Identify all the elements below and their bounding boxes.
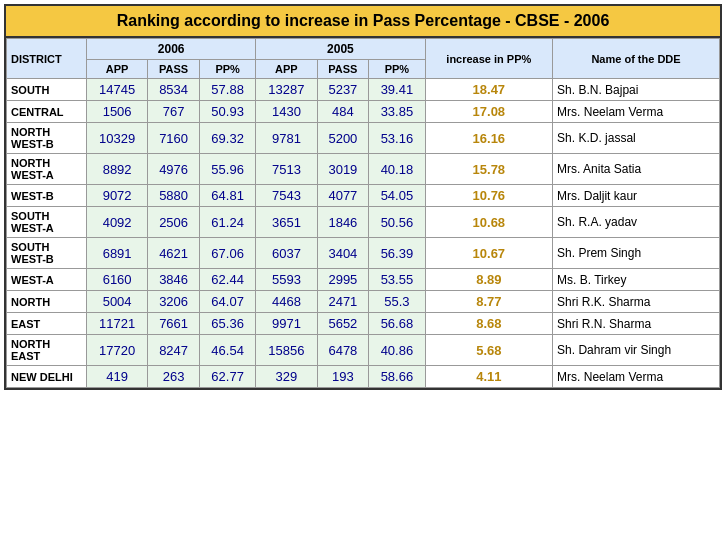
table-row: CENTRAL150676750.93143048433.8517.08Mrs.… <box>7 101 720 123</box>
pp2005-cell: 53.55 <box>369 269 425 291</box>
table-row: EAST11721766165.369971565256.688.68Shri … <box>7 313 720 335</box>
district-cell: SOUTH WEST-A <box>7 207 87 238</box>
pp2005-cell: 40.86 <box>369 335 425 366</box>
pp2005-cell: 56.39 <box>369 238 425 269</box>
app2005-cell: 3651 <box>256 207 317 238</box>
pp2005-cell: 56.68 <box>369 313 425 335</box>
app2006-cell: 5004 <box>87 291 148 313</box>
pp2005-cell: 55.3 <box>369 291 425 313</box>
pp2005-header: PP% <box>369 60 425 79</box>
increase-cell: 16.16 <box>425 123 552 154</box>
increase-cell: 5.68 <box>425 335 552 366</box>
pass2006-cell: 767 <box>148 101 200 123</box>
pass2005-cell: 2471 <box>317 291 369 313</box>
dde-cell: Shri R.K. Sharma <box>553 291 720 313</box>
increase-cell: 4.11 <box>425 366 552 388</box>
pass2006-cell: 7661 <box>148 313 200 335</box>
app2006-cell: 11721 <box>87 313 148 335</box>
pass2006-cell: 4621 <box>148 238 200 269</box>
app2006-cell: 9072 <box>87 185 148 207</box>
pp2005-cell: 40.18 <box>369 154 425 185</box>
dde-cell: Ms. B. Tirkey <box>553 269 720 291</box>
pass2006-cell: 3846 <box>148 269 200 291</box>
table-row: NORTH WEST-A8892497655.967513301940.1815… <box>7 154 720 185</box>
increase-cell: 8.89 <box>425 269 552 291</box>
district-cell: NORTH EAST <box>7 335 87 366</box>
table-row: NORTH5004320664.074468247155.38.77Shri R… <box>7 291 720 313</box>
app2006-cell: 6891 <box>87 238 148 269</box>
district-cell: WEST-A <box>7 269 87 291</box>
dde-cell: Mrs. Neelam Verma <box>553 101 720 123</box>
pass2006-cell: 4976 <box>148 154 200 185</box>
increase-cell: 10.67 <box>425 238 552 269</box>
increase-cell: 17.08 <box>425 101 552 123</box>
ranking-table: DISTRICT 2006 2005 increase in PP% Name … <box>6 38 720 388</box>
pp2005-cell: 54.05 <box>369 185 425 207</box>
pass2006-cell: 3206 <box>148 291 200 313</box>
pp2006-cell: 67.06 <box>199 238 255 269</box>
table-row: NEW DELHI41926362.7732919358.664.11Mrs. … <box>7 366 720 388</box>
dde-header: Name of the DDE <box>553 39 720 79</box>
pass2005-cell: 4077 <box>317 185 369 207</box>
increase-cell: 10.76 <box>425 185 552 207</box>
district-cell: NORTH <box>7 291 87 313</box>
app2005-cell: 9781 <box>256 123 317 154</box>
dde-cell: Shri R.N. Sharma <box>553 313 720 335</box>
pp2006-cell: 69.32 <box>199 123 255 154</box>
table-row: NORTH EAST17720824746.5415856647840.865.… <box>7 335 720 366</box>
increase-cell: 8.77 <box>425 291 552 313</box>
main-container: Ranking according to increase in Pass Pe… <box>4 4 722 390</box>
app2005-cell: 15856 <box>256 335 317 366</box>
pp2005-cell: 50.56 <box>369 207 425 238</box>
district-header: DISTRICT <box>7 39 87 79</box>
app2005-cell: 7513 <box>256 154 317 185</box>
pp2005-cell: 58.66 <box>369 366 425 388</box>
pass2006-cell: 2506 <box>148 207 200 238</box>
app2005-cell: 5593 <box>256 269 317 291</box>
app2006-cell: 6160 <box>87 269 148 291</box>
pass2005-cell: 484 <box>317 101 369 123</box>
year2006-header: 2006 <box>87 39 256 60</box>
pp2006-cell: 62.77 <box>199 366 255 388</box>
dde-cell: Mrs. Daljit kaur <box>553 185 720 207</box>
app2005-cell: 9971 <box>256 313 317 335</box>
pp2006-cell: 61.24 <box>199 207 255 238</box>
district-cell: CENTRAL <box>7 101 87 123</box>
district-cell: WEST-B <box>7 185 87 207</box>
pass2005-cell: 1846 <box>317 207 369 238</box>
increase-cell: 10.68 <box>425 207 552 238</box>
pp2005-cell: 53.16 <box>369 123 425 154</box>
pass2005-cell: 193 <box>317 366 369 388</box>
pass2005-cell: 5237 <box>317 79 369 101</box>
increase-cell: 8.68 <box>425 313 552 335</box>
pp2006-header: PP% <box>199 60 255 79</box>
dde-cell: Mrs. Anita Satia <box>553 154 720 185</box>
pp2005-cell: 39.41 <box>369 79 425 101</box>
app2005-header: APP <box>256 60 317 79</box>
dde-cell: Mrs. Neelam Verma <box>553 366 720 388</box>
increase-cell: 15.78 <box>425 154 552 185</box>
table-row: WEST-B9072588064.817543407754.0510.76Mrs… <box>7 185 720 207</box>
dde-cell: Sh. K.D. jassal <box>553 123 720 154</box>
pp2006-cell: 46.54 <box>199 335 255 366</box>
dde-cell: Sh. Dahram vir Singh <box>553 335 720 366</box>
table-row: NORTH WEST-B10329716069.329781520053.161… <box>7 123 720 154</box>
pp2006-cell: 57.88 <box>199 79 255 101</box>
pass2005-cell: 6478 <box>317 335 369 366</box>
pp2006-cell: 64.07 <box>199 291 255 313</box>
page-title: Ranking according to increase in Pass Pe… <box>6 6 720 38</box>
app2005-cell: 4468 <box>256 291 317 313</box>
table-row: SOUTH WEST-B6891462167.066037340456.3910… <box>7 238 720 269</box>
table-row: SOUTH WEST-A4092250661.243651184650.5610… <box>7 207 720 238</box>
pp2006-cell: 55.96 <box>199 154 255 185</box>
pass2006-cell: 263 <box>148 366 200 388</box>
pass2005-cell: 3404 <box>317 238 369 269</box>
increase-header: increase in PP% <box>425 39 552 79</box>
app2006-cell: 419 <box>87 366 148 388</box>
district-cell: SOUTH <box>7 79 87 101</box>
table-row: SOUTH14745853457.8813287523739.4118.47Sh… <box>7 79 720 101</box>
app2006-cell: 4092 <box>87 207 148 238</box>
app2005-cell: 7543 <box>256 185 317 207</box>
pp2006-cell: 62.44 <box>199 269 255 291</box>
app2005-cell: 13287 <box>256 79 317 101</box>
